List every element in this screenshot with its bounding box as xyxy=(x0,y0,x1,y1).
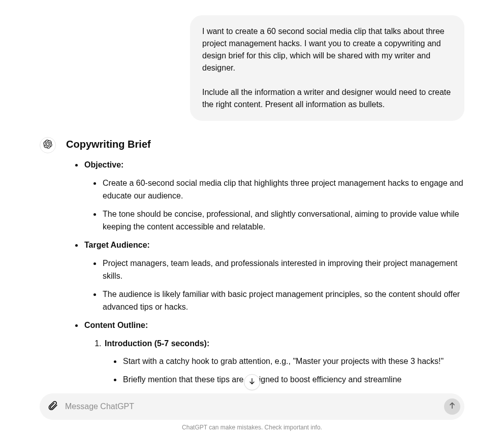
content-outline-items: Introduction (5-7 seconds): Start with a… xyxy=(84,337,464,386)
assistant-heading: Copywriting Brief xyxy=(66,136,464,152)
arrow-down-icon xyxy=(248,377,256,387)
outline-intro: Introduction (5-7 seconds): Start with a… xyxy=(104,337,464,386)
objective-label: Objective: xyxy=(84,160,123,169)
arrow-up-icon xyxy=(448,402,456,412)
brief-list: Objective: Create a 60-second social med… xyxy=(66,158,464,386)
target-audience-items: Project managers, team leads, and profes… xyxy=(84,257,464,314)
scroll-to-bottom-button[interactable] xyxy=(244,374,260,390)
list-item: The audience is likely familiar with bas… xyxy=(102,288,464,314)
conversation-scroll[interactable]: I want to create a 60 second social medi… xyxy=(0,0,504,396)
disclaimer-text: ChatGPT can make mistakes. Check importa… xyxy=(40,424,464,431)
openai-icon xyxy=(43,140,52,151)
send-button[interactable] xyxy=(444,398,460,415)
target-audience-label: Target Audience: xyxy=(84,241,150,249)
assistant-avatar xyxy=(40,137,56,153)
intro-label: Introduction (5-7 seconds): xyxy=(105,339,209,348)
content-outline-label: Content Outline: xyxy=(84,321,148,329)
user-message-container: I want to create a 60 second social medi… xyxy=(40,15,464,121)
section-content-outline: Content Outline: Introduction (5-7 secon… xyxy=(83,319,464,386)
assistant-message-content: Copywriting Brief Objective: Create a 60… xyxy=(66,136,464,386)
section-objective: Objective: Create a 60-second social med… xyxy=(83,158,464,233)
paperclip-icon xyxy=(48,400,58,413)
objective-items: Create a 60-second social media clip tha… xyxy=(84,177,464,233)
list-item: Create a 60-second social media clip tha… xyxy=(102,177,464,203)
message-input[interactable] xyxy=(65,402,439,411)
user-message-p2: Include all the information a writer and… xyxy=(202,86,452,111)
intro-items: Start with a catchy hook to grab attenti… xyxy=(105,355,464,386)
attach-button[interactable] xyxy=(46,399,60,414)
list-item: Briefly mention that these tips are desi… xyxy=(122,373,464,386)
list-item: Start with a catchy hook to grab attenti… xyxy=(122,355,464,368)
assistant-message-row: Copywriting Brief Objective: Create a 60… xyxy=(40,136,464,386)
list-item: Project managers, team leads, and profes… xyxy=(102,257,464,283)
composer xyxy=(40,393,464,420)
composer-area: ChatGPT can make mistakes. Check importa… xyxy=(0,393,504,434)
user-message-p1: I want to create a 60 second social medi… xyxy=(202,25,452,74)
user-message-bubble: I want to create a 60 second social medi… xyxy=(190,15,464,121)
section-target-audience: Target Audience: Project managers, team … xyxy=(83,239,464,314)
list-item: The tone should be concise, professional… xyxy=(102,208,464,233)
